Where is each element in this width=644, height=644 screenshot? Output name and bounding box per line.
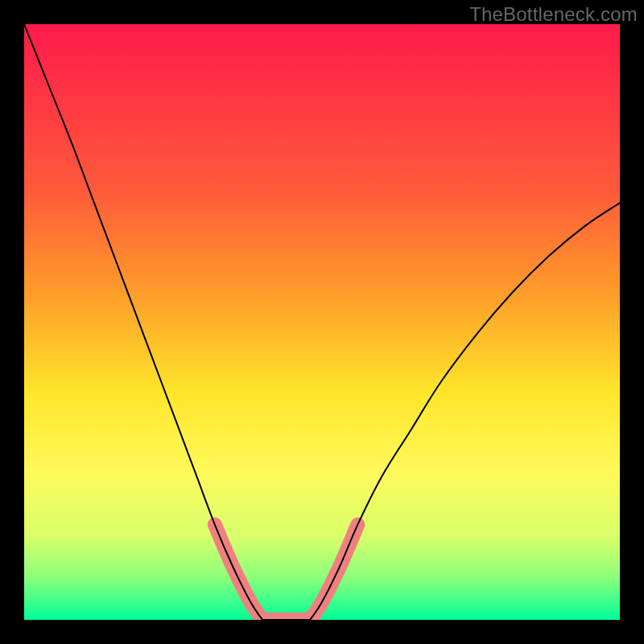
watermark-text: TheBottleneck.com: [469, 3, 638, 26]
chart-frame: TheBottleneck.com: [0, 0, 644, 644]
gradient-bg: [24, 24, 620, 620]
plot-area: [24, 24, 620, 620]
chart-svg: [24, 24, 620, 620]
